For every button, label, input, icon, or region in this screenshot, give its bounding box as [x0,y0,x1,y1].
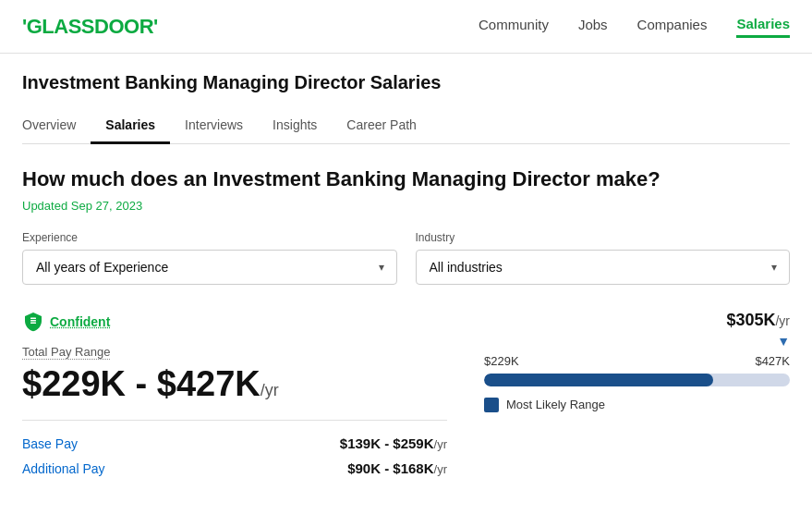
nav-item-community[interactable]: Community [479,17,549,36]
additional-pay-label[interactable]: Additional Pay [22,461,105,476]
legend-label: Most Likely Range [506,398,605,411]
pay-section: Confident Total Pay Range $229K - $427K/… [22,311,790,486]
range-min-label: $229K [484,354,519,368]
industry-filter-label: Industry [416,231,791,244]
tab-career-path[interactable]: Career Path [332,108,430,144]
base-pay-label[interactable]: Base Pay [22,436,78,451]
nav-item-salaries[interactable]: Salaries [736,16,790,38]
pay-left: Confident Total Pay Range $229K - $427K/… [22,311,447,486]
experience-filter-group: Experience All years of Experience 0-1 y… [22,231,397,285]
range-bar-fill [484,374,713,386]
chart-legend: Most Likely Range [484,398,790,412]
experience-filter-wrapper: All years of Experience 0-1 years 1-3 ye… [22,250,397,285]
tab-interviews[interactable]: Interviews [170,108,258,144]
page-content: Investment Banking Managing Director Sal… [0,54,812,504]
filters-row: Experience All years of Experience 0-1 y… [22,231,790,285]
confident-label[interactable]: Confident [50,314,110,329]
base-pay-value: $139K - $259K/yr [340,435,447,451]
base-pay-row: Base Pay $139K - $259K/yr [22,435,447,451]
main-question: How much does an Investment Banking Mana… [22,166,790,193]
svg-rect-2 [30,317,36,319]
tab-salaries[interactable]: Salaries [91,108,170,144]
additional-pay-value: $90K - $168K/yr [347,460,447,476]
logo[interactable]: 'GLASSDOOR' [22,15,158,39]
industry-filter-wrapper: All industries Finance Banking Technolog… [416,250,791,285]
confident-shield-icon [22,311,44,333]
arrow-down-icon: ▼ [777,334,790,349]
pay-chart: $305K/yr ▼ $229K $427K Most Likely Range [484,311,790,412]
experience-select[interactable]: All years of Experience 0-1 years 1-3 ye… [22,250,397,285]
tab-insights[interactable]: Insights [258,108,332,144]
median-arrow: ▼ [484,334,790,349]
nav-item-companies[interactable]: Companies [637,17,708,36]
main-nav: Community Jobs Companies Salaries [479,16,790,38]
range-labels: $229K $427K [484,354,790,368]
legend-color-box [484,398,499,412]
range-max-label: $427K [755,354,790,368]
tab-bar: Overview Salaries Interviews Insights Ca… [22,108,790,144]
total-pay-label: Total Pay Range [22,345,110,360]
pay-divider [22,420,447,421]
industry-select[interactable]: All industries Finance Banking Technolog… [416,250,791,285]
updated-date: Updated Sep 27, 2023 [22,199,790,213]
range-bar [484,374,790,386]
header: 'GLASSDOOR' Community Jobs Companies Sal… [0,0,812,54]
nav-item-jobs[interactable]: Jobs [578,17,608,36]
industry-filter-group: Industry All industries Finance Banking … [416,231,791,285]
additional-pay-row: Additional Pay $90K - $168K/yr [22,460,447,476]
tab-overview[interactable]: Overview [22,108,91,144]
confident-badge: Confident [22,311,447,333]
svg-rect-0 [30,320,36,322]
median-value: $305K/yr [484,311,790,330]
svg-rect-1 [30,322,36,324]
page-title: Investment Banking Managing Director Sal… [22,72,790,93]
total-pay-range: $229K - $427K/yr [22,363,447,406]
experience-filter-label: Experience [22,231,397,244]
